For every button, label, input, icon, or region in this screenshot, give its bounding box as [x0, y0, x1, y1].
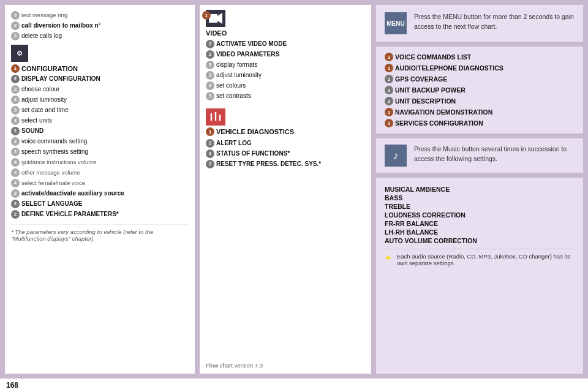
select-units-row: 3 select units — [11, 115, 189, 126]
voice-cmd-list-label: VOICE COMMANDS LIST — [395, 53, 471, 61]
unit-backup-label: UNIT BACKUP POWER — [395, 86, 466, 94]
status-functions-row: 2 STATUS OF FUNCTIONS* — [206, 148, 365, 159]
badge-3: 3 — [11, 11, 20, 20]
badge-3b: 3 — [11, 21, 20, 30]
loudness-item: LOUDNESS CORRECTION — [385, 211, 575, 219]
select-voice-label: select female/male voice — [21, 179, 85, 186]
video-section: 1 VIDEO 2 ACTIVATE VIDEO MODE 2 VIDEO PA… — [206, 10, 365, 101]
svg-marker-1 — [217, 13, 222, 24]
reset-tyre-row: 2 RESET TYRE PRESS. DETEC. SYS.* — [206, 159, 365, 169]
speech-synth-label: speech synthesis setting — [21, 148, 88, 155]
adjust-lum-label: adjust luminosity — [21, 96, 67, 103]
badge-2c: 2 — [11, 200, 20, 208]
badge-vd2a: 2 — [206, 139, 214, 148]
alert-log-label: ALERT LOG — [216, 140, 252, 146]
badge-vd2b: 2 — [206, 149, 214, 158]
text-message-ring-label: text message ring — [21, 12, 67, 18]
badge-r1d: 1 — [385, 119, 393, 127]
vehicle-title-row: 1 VEHICLE DIAGNOSTICS — [206, 127, 365, 136]
aux-source-label: activate/deactivate auxiliary source — [21, 190, 124, 197]
lh-rh-balance-item: LH-RH BALANCE — [385, 228, 575, 236]
display-config-row: 2 DISPLAY CONFIGURATION — [11, 74, 189, 84]
fr-rr-balance-item: FR-RR BALANCE — [385, 219, 575, 228]
status-functions-label: STATUS OF FUNCTIONS* — [216, 150, 290, 157]
define-vehicle-row: 2 DEFINE VEHICLE PARAMETERS* — [11, 209, 189, 219]
badge-r2b: 2 — [385, 86, 393, 94]
music-icon: ♪ — [385, 145, 407, 167]
vehicle-title: VEHICLE DIAGNOSTICS — [216, 128, 294, 135]
nav-demo-row: 1 NAVIGATION DEMONSTRATION — [385, 107, 575, 118]
badge-3h: 3 — [11, 137, 20, 146]
select-voice-row: 4 select female/male voice — [11, 178, 189, 188]
adj-lum-m-label: adjust luminosity — [216, 72, 262, 78]
call-diversion-row: 3 call diversion to mailbox n° — [11, 20, 189, 31]
vehicle-icon — [206, 108, 225, 126]
delete-calls-label: delete calls log — [21, 32, 62, 39]
right-panel: MENU Press the MENU button for more than… — [376, 5, 583, 374]
unit-desc-label: UNIT DESCRIPTION — [395, 97, 456, 105]
video-params-label: VIDEO PARAMETERS — [216, 51, 279, 58]
auto-volume-item: AUTO VOLUME CORRECTION — [385, 236, 575, 245]
left-note-box: * The parameters vary according to vehic… — [11, 224, 189, 242]
delete-calls-row: 3 delete calls log — [11, 31, 189, 41]
badge-vd1: 1 — [206, 127, 214, 136]
guidance-vol-row: 4 guidance instructions volume — [11, 157, 189, 167]
set-colours-row: 3 set colours — [206, 80, 365, 91]
video-params-row: 2 VIDEO PARAMETERS — [206, 49, 365, 59]
video-badge: 1 — [202, 11, 211, 20]
select-lang-row: 2 SELECT LANGUAGE — [11, 198, 189, 209]
sound-row: 2 SOUND — [11, 126, 189, 136]
voice-cmd-list-row: 1 VOICE COMMANDS LIST — [385, 51, 575, 62]
alert-log-row: 2 ALERT LOG — [206, 138, 365, 148]
activate-video-label: ACTIVATE VIDEO MODE — [216, 40, 287, 47]
audio-tel-diag-row: 1 AUDIO/TELEPHONE DIAGNOSTICS — [385, 62, 575, 74]
select-lang-label: SELECT LANGUAGE — [21, 200, 82, 207]
video-title-row: VIDEO — [206, 29, 365, 37]
flow-note-text: Flow chart version 7.0 — [206, 362, 263, 369]
other-msg-row: 4 other message volume — [11, 167, 189, 178]
vehicle-icon-row — [206, 108, 365, 126]
speech-synth-row: 3 speech synthesis setting — [11, 146, 189, 157]
badge-r2a: 2 — [385, 75, 393, 83]
unit-backup-row: 2 UNIT BACKUP POWER — [385, 85, 575, 96]
set-colours-label: set colours — [216, 82, 246, 89]
reset-tyre-label: RESET TYRE PRESS. DETEC. SYS.* — [216, 160, 321, 167]
menu-items-box: 1 VOICE COMMANDS LIST 1 AUDIO/TELEPHONE … — [376, 47, 583, 134]
audio-tel-diag-label: AUDIO/TELEPHONE DIAGNOSTICS — [395, 64, 503, 72]
badge-vm2b: 2 — [206, 50, 214, 59]
video-icon-container: 1 — [206, 10, 365, 27]
badge-vm2a: 2 — [206, 40, 214, 48]
video-title: VIDEO — [206, 29, 227, 37]
badge-3j: 3 — [11, 189, 20, 198]
musical-ambience-item: MUSICAL AMBIENCE — [385, 185, 575, 194]
set-date-label: set date and time — [21, 107, 69, 113]
badge-r1c: 1 — [385, 108, 393, 116]
display-formats-row: 3 display formats — [206, 59, 365, 70]
middle-panel: 1 VIDEO 2 ACTIVATE VIDEO MODE 2 VIDEO PA… — [200, 5, 371, 374]
music-list: MUSICAL AMBIENCE BASS TREBLE LOUDNESS CO… — [385, 185, 575, 245]
activate-video-row: 2 ACTIVATE VIDEO MODE — [206, 39, 365, 49]
flow-note: Flow chart version 7.0 — [206, 357, 365, 369]
services-config-label: SERVICES CONFIGURATION — [395, 119, 483, 127]
menu-box-text: Press the MENU button for more than 2 se… — [414, 12, 575, 32]
badge-4b: 4 — [11, 168, 20, 177]
badge-3d: 3 — [11, 85, 20, 94]
badge-3c: 3 — [11, 32, 20, 40]
gps-coverage-label: GPS COVERAGE — [395, 75, 447, 83]
badge-vd2c: 2 — [206, 160, 214, 168]
menu-icon: MENU — [385, 12, 407, 34]
text-message-ring-row: 3 text message ring — [11, 10, 189, 20]
other-msg-label: other message volume — [21, 169, 80, 176]
badge-vm3d: 3 — [206, 92, 214, 100]
bass-item: BASS — [385, 194, 575, 202]
music-box: ♪ Press the Music button several times i… — [376, 138, 583, 173]
badge-4c: 4 — [11, 179, 20, 187]
choose-colour-label: choose colour — [21, 86, 59, 92]
star-icon: ✦ — [385, 253, 392, 263]
badge-4a: 4 — [11, 158, 20, 167]
guidance-vol-label: guidance instructions volume — [21, 159, 97, 165]
menu-box: MENU Press the MENU button for more than… — [376, 5, 583, 42]
adjust-lum-row: 3 adjust luminosity — [11, 94, 189, 105]
define-vehicle-label: DEFINE VEHICLE PARAMETERS* — [21, 211, 119, 217]
left-panel: 3 text message ring 3 call diversion to … — [5, 5, 195, 374]
